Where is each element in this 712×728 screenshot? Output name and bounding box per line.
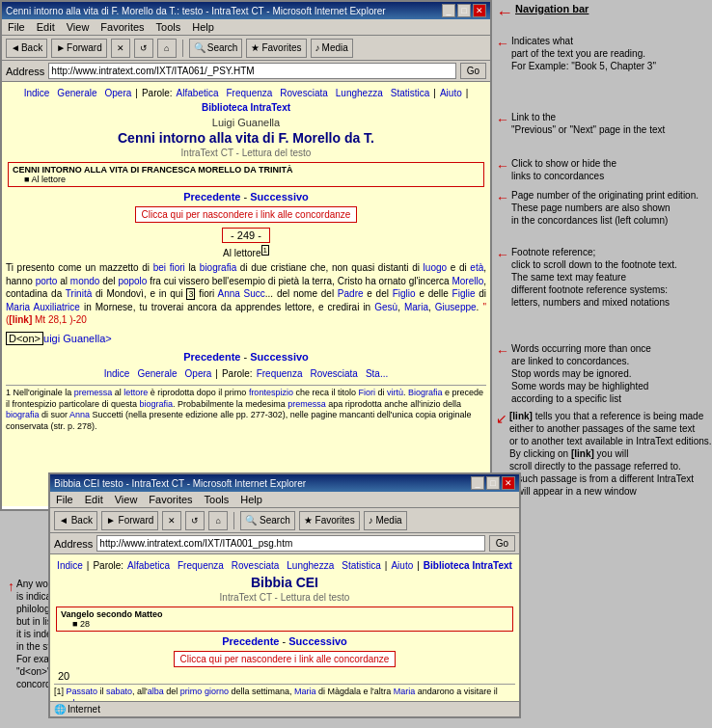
prev-link-bottom[interactable]: Precedente — [183, 351, 240, 363]
help-menu[interactable]: Help — [190, 21, 216, 33]
bibbia-edit-menu[interactable]: Edit — [83, 494, 105, 505]
fn-bio-suor[interactable]: biografia — [6, 410, 40, 419]
link-tag[interactable]: [link] — [9, 314, 32, 325]
minimize-button[interactable]: _ — [442, 4, 455, 17]
link-gesu[interactable]: Gesù — [374, 302, 397, 312]
bibbia-prev[interactable]: Precedente — [222, 635, 279, 647]
link-luogo[interactable]: luogo — [424, 262, 447, 273]
stop-button[interactable]: ✕ — [111, 39, 130, 58]
fn-maria1[interactable]: Maria — [294, 687, 316, 696]
back-button[interactable]: ◄ Back — [6, 39, 47, 58]
bibbia-view-menu[interactable]: View — [113, 494, 140, 505]
link-anna[interactable]: Anna Succ — [217, 288, 264, 299]
bibbia-minimize[interactable]: _ — [471, 476, 484, 490]
link-biografia[interactable]: biografia — [200, 262, 236, 273]
link-fiori[interactable]: fiori — [170, 262, 185, 273]
media-button[interactable]: ♪ Media — [311, 39, 353, 58]
luigi-guanella-link[interactable]: uigi Guanella> — [43, 333, 112, 344]
concordance-toggle-button[interactable]: Clicca qui per nascondere i link alle co… — [135, 206, 358, 223]
nav-generale[interactable]: Generale — [57, 88, 96, 98]
fn-biografia2[interactable]: Biografia — [408, 388, 443, 397]
view-menu[interactable]: View — [65, 21, 92, 33]
nav-generale-b[interactable]: Generale — [137, 368, 177, 379]
link-porto[interactable]: porto — [36, 276, 58, 286]
link-giuseppe[interactable]: Giuseppe — [435, 302, 477, 312]
link-figlio[interactable]: Figlio — [393, 288, 416, 299]
go-button[interactable]: Go — [460, 63, 486, 79]
bibbia-nav-aiuto[interactable]: Aiuto — [391, 560, 413, 571]
link-bei[interactable]: bei — [153, 262, 166, 273]
nav-opera-b[interactable]: Opera — [185, 368, 212, 379]
link-figlie[interactable]: Figlie — [452, 288, 476, 299]
fn-fiori[interactable]: Fiori — [358, 388, 375, 397]
bibbia-help-menu[interactable]: Help — [238, 494, 264, 505]
bibbia-favorites-menu[interactable]: Favorites — [147, 494, 194, 505]
link-popolo[interactable]: popolo — [118, 276, 147, 286]
bibbia-concordance-toggle[interactable]: Clicca qui per nascondere i link alle co… — [174, 651, 397, 667]
link-eta[interactable]: età — [470, 262, 483, 273]
refresh-button[interactable]: ↺ — [134, 39, 153, 58]
fn-biogspecial[interactable]: biografia — [140, 399, 174, 409]
tools-menu[interactable]: Tools — [154, 21, 183, 33]
bibbia-nav-biblioteca[interactable]: Biblioteca IntraText — [424, 560, 512, 571]
bibbia-refresh[interactable]: ↺ — [185, 511, 205, 530]
nav-indice[interactable]: Indice — [24, 88, 50, 98]
edit-menu[interactable]: Edit — [35, 21, 57, 33]
bibbia-nav-indice[interactable]: Indice — [57, 560, 83, 571]
nav-lun-b[interactable]: Sta... — [366, 368, 388, 379]
nav-frequenza[interactable]: Frequenza — [227, 88, 273, 98]
search-button[interactable]: 🔍 Search — [189, 39, 243, 58]
file-menu[interactable]: File — [6, 21, 27, 33]
bibbia-nav-freq[interactable]: Frequenza — [178, 560, 224, 571]
forward-button[interactable]: ► Forward — [51, 39, 107, 58]
bibbia-stop[interactable]: ✕ — [162, 511, 181, 530]
bibbia-close[interactable]: ✕ — [502, 476, 515, 490]
bibbia-next[interactable]: Successivo — [288, 635, 347, 647]
bibbia-forward-button[interactable]: ► Forward — [101, 511, 158, 530]
fn-premessa2[interactable]: premessa — [288, 399, 326, 409]
bibbia-nav-alfa[interactable]: Alfabetica — [127, 560, 170, 571]
maximize-button[interactable]: □ — [457, 4, 471, 17]
bibbia-go-button[interactable]: Go — [489, 535, 515, 552]
fn-giorno[interactable]: giorno — [205, 687, 229, 696]
fn-alba[interactable]: alba — [148, 687, 164, 696]
link-maria2[interactable]: Maria — [404, 302, 428, 312]
link-mondo[interactable]: mondo — [70, 276, 100, 286]
nav-rov-b[interactable]: Rovesciata — [310, 368, 357, 379]
link-maria[interactable]: Maria — [6, 302, 30, 312]
nav-statistica[interactable]: Statistica — [391, 88, 430, 98]
fn-passato[interactable]: Passato — [67, 687, 98, 696]
link-auxiliatrice[interactable]: Auxiliatrice — [34, 302, 80, 312]
fn-primo[interactable]: primo — [180, 687, 203, 696]
link-morello[interactable]: Morello — [452, 276, 483, 286]
bibbia-favorites-btn[interactable]: ★ Favorites — [299, 511, 360, 530]
nav-rovesciata[interactable]: Rovesciata — [280, 88, 327, 98]
fn-anna[interactable]: Anna — [69, 410, 90, 419]
prev-link[interactable]: Precedente — [183, 191, 240, 202]
nav-indice-b[interactable]: Indice — [104, 368, 130, 379]
footnote-ref-1[interactable]: 1 — [261, 245, 269, 256]
favorites-button[interactable]: ★ Favorites — [246, 39, 306, 58]
nav-lunghezza[interactable]: Lunghezza — [336, 88, 383, 98]
bibbia-nav-rov[interactable]: Rovesciata — [232, 560, 279, 571]
address-input[interactable] — [48, 63, 455, 79]
bibbia-media-btn[interactable]: ♪ Media — [364, 511, 407, 530]
bibbia-home[interactable]: ⌂ — [208, 511, 228, 530]
fn-lettore[interactable]: lettore — [123, 388, 148, 397]
bibbia-tools-menu[interactable]: Tools — [203, 494, 232, 505]
bibbia-maximize[interactable]: □ — [486, 476, 500, 490]
bibbia-file-menu[interactable]: File — [54, 494, 75, 505]
close-button[interactable]: ✕ — [473, 4, 486, 17]
nav-alfa-b[interactable]: Frequenza — [257, 368, 303, 379]
next-link-bottom[interactable]: Successivo — [250, 351, 309, 363]
link-trinita[interactable]: Trinità — [66, 288, 92, 299]
home-button[interactable]: ⌂ — [157, 39, 177, 58]
bibbia-nav-stat[interactable]: Statistica — [342, 560, 381, 571]
nav-opera[interactable]: Opera — [105, 88, 132, 98]
fn-frontespizio[interactable]: frontespizio — [249, 388, 293, 397]
bibbia-search-btn[interactable]: 🔍 Search — [240, 511, 294, 530]
bibbia-back-button[interactable]: ◄ Back — [54, 511, 97, 530]
fn-premessa[interactable]: premessa — [74, 388, 113, 397]
fn-maria2[interactable]: Maria — [394, 687, 416, 696]
nav-aiuto[interactable]: Aiuto — [440, 88, 462, 98]
